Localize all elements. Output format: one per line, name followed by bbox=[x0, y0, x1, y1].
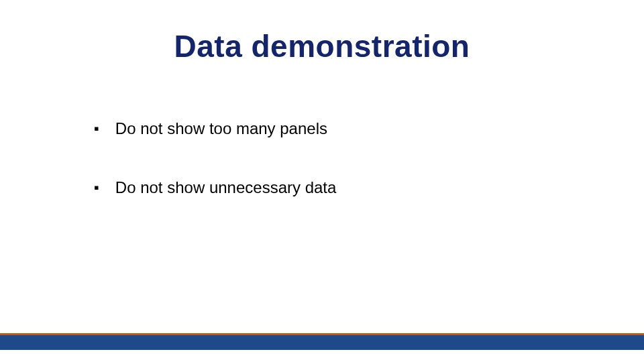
list-item: ▪ Do not show unnecessary data bbox=[94, 177, 564, 198]
slide-title: Data demonstration bbox=[0, 28, 644, 64]
bullet-icon: ▪ bbox=[94, 177, 99, 198]
bullet-icon: ▪ bbox=[94, 118, 99, 139]
list-item: ▪ Do not show too many panels bbox=[94, 118, 564, 139]
footer-bar bbox=[0, 335, 644, 350]
bullet-text: Do not show too many panels bbox=[115, 118, 327, 139]
slide: Data demonstration ▪ Do not show too man… bbox=[0, 0, 644, 362]
slide-content: ▪ Do not show too many panels ▪ Do not s… bbox=[94, 118, 564, 236]
bullet-text: Do not show unnecessary data bbox=[115, 177, 337, 198]
